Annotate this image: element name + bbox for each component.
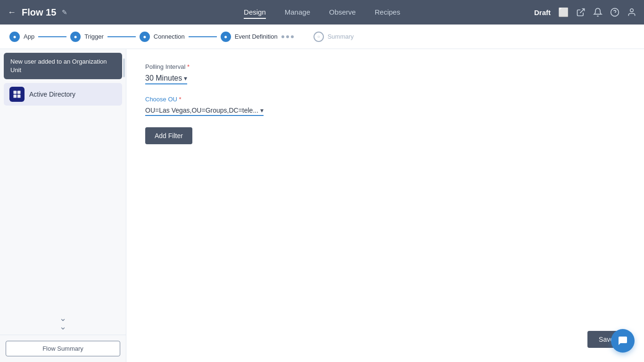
add-filter-button[interactable]: Add Filter <box>145 127 192 144</box>
help-icon[interactable] <box>610 8 619 17</box>
step-circle-summary: ○ <box>314 32 324 42</box>
trigger-card: New user added to an Organization Unit <box>4 53 122 79</box>
dot-2 <box>286 35 289 38</box>
step-connector-4 <box>281 36 310 37</box>
trigger-card-title: New user added to an Organization Unit <box>10 58 116 74</box>
edit-icon[interactable]: ✎ <box>62 8 67 16</box>
step-label-trigger: Trigger <box>84 33 104 40</box>
app-name: Active Directory <box>29 90 75 98</box>
chat-bubble-button[interactable] <box>611 329 635 353</box>
svg-rect-3 <box>14 95 17 98</box>
dot-1 <box>281 35 284 38</box>
step-label-app: App <box>24 33 34 40</box>
nav-left: ← Flow 15 ✎ <box>8 7 130 18</box>
nav-right: Draft ⬜ <box>514 7 636 17</box>
wizard-step-app[interactable]: ● App <box>9 32 34 42</box>
chevron-down-icon: ⌄⌄ <box>59 314 66 331</box>
step-circle-app: ● <box>9 32 20 42</box>
sidebar-footer: Flow Summary <box>0 335 126 362</box>
polling-interval-value: 30 Minutes <box>145 74 182 82</box>
add-filter-wrapper: Add Filter <box>145 127 625 144</box>
wizard-steps-bar: ● App ● Trigger ● Connection ● Event Def… <box>0 25 644 49</box>
wizard-step-connection[interactable]: ● Connection <box>140 32 185 42</box>
ou-dropdown-arrow[interactable]: ▾ <box>260 107 264 114</box>
sidebar-items: New user added to an Organization Unit A… <box>0 49 126 310</box>
step-connector-1 <box>38 36 66 37</box>
nav-tabs: Design Manage Observe Recipes <box>130 6 514 19</box>
polling-interval-label: Polling Interval * <box>145 63 625 70</box>
step-label-connection: Connection <box>154 33 185 40</box>
step-circle-trigger: ● <box>70 32 81 42</box>
wizard-step-summary[interactable]: ○ Summary <box>314 32 354 42</box>
step-circle-connection: ● <box>140 32 150 42</box>
choose-ou-group: Choose OU * OU=Las Vegas,OU=Groups,DC=te… <box>145 96 625 116</box>
tab-recipes[interactable]: Recipes <box>375 6 400 19</box>
tab-manage[interactable]: Manage <box>285 6 310 19</box>
wizard-step-event-definition[interactable]: ● Event Definition <box>221 32 278 42</box>
scroll-indicator <box>123 58 125 77</box>
ou-value: OU=Las Vegas,OU=Groups,DC=tele... <box>145 107 258 114</box>
sidebar: New user added to an Organization Unit A… <box>0 49 126 362</box>
app-card[interactable]: Active Directory <box>4 83 122 106</box>
dot-3 <box>291 35 294 38</box>
sidebar-chevron[interactable]: ⌄⌄ <box>0 310 126 335</box>
step-connector-2 <box>107 36 136 37</box>
tab-design[interactable]: Design <box>244 6 266 19</box>
polling-interval-dropdown-arrow[interactable]: ▾ <box>184 74 187 82</box>
back-button[interactable]: ← <box>8 8 16 17</box>
user-icon[interactable] <box>627 8 636 17</box>
polling-interval-select-wrapper[interactable]: 30 Minutes ▾ <box>145 74 187 84</box>
ou-select-wrapper[interactable]: OU=Las Vegas,OU=Groups,DC=tele... ▾ <box>145 107 264 116</box>
step-circle-event-def: ● <box>221 32 231 42</box>
svg-rect-1 <box>14 91 17 94</box>
wizard-step-trigger[interactable]: ● Trigger <box>70 32 104 42</box>
content-area: Polling Interval * 30 Minutes ▾ Choose O… <box>126 49 644 362</box>
polling-interval-group: Polling Interval * 30 Minutes ▾ <box>145 63 625 84</box>
top-navigation: ← Flow 15 ✎ Design Manage Observe Recipe… <box>0 0 644 25</box>
export-icon[interactable] <box>576 8 586 17</box>
svg-rect-4 <box>17 95 21 98</box>
flow-summary-button[interactable]: Flow Summary <box>6 341 120 356</box>
tab-observe[interactable]: Observe <box>329 6 356 19</box>
app-icon <box>9 87 25 102</box>
bell-icon[interactable] <box>593 8 603 17</box>
main-layout: New user added to an Organization Unit A… <box>0 49 644 362</box>
choose-ou-label: Choose OU * <box>145 96 625 103</box>
svg-rect-2 <box>17 91 21 94</box>
export-icon[interactable]: ⬜ <box>558 7 569 17</box>
flow-title: Flow 15 <box>22 7 56 18</box>
step-connector-3 <box>189 36 217 37</box>
step-label-summary: Summary <box>328 33 354 40</box>
draft-badge: Draft <box>534 8 551 16</box>
step-label-event-def: Event Definition <box>235 33 278 40</box>
